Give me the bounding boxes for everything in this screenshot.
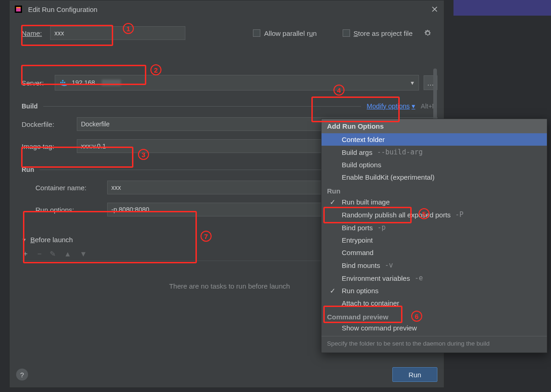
popup-item[interactable]: Environment variables-e — [321, 272, 547, 284]
popup-item-label: Randomly publish all exposed ports — [342, 211, 451, 219]
popup-item[interactable]: ✓Run built image — [321, 196, 547, 208]
popup-item[interactable]: Entrypoint — [321, 234, 547, 246]
popup-item-label: Attach to container — [342, 299, 399, 307]
popup-run-section: Run — [321, 183, 547, 196]
allow-parallel-run-checkbox[interactable]: Allow parallel run — [253, 29, 316, 37]
popup-item-hint: -P — [455, 210, 464, 219]
popup-item[interactable]: ✓Run options — [321, 284, 547, 297]
server-label: Server: — [22, 79, 50, 87]
edit-task-button[interactable]: ✎ — [50, 250, 56, 258]
build-heading: Build — [22, 102, 38, 110]
move-down-button[interactable]: ▼ — [80, 250, 87, 258]
before-launch-empty-text: There are no tasks to run before launch — [169, 282, 290, 290]
popup-item-hint: -e — [414, 274, 423, 282]
svg-rect-2 — [62, 80, 63, 81]
popup-item[interactable]: Context folder — [321, 133, 547, 146]
modify-options-link[interactable]: Modify options ▾ — [367, 102, 415, 110]
gear-icon[interactable] — [424, 29, 432, 37]
image-tag-label: Image tag: — [22, 142, 77, 150]
svg-rect-3 — [64, 82, 65, 83]
add-run-options-popup: Add Run Options Context folderBuild args… — [321, 119, 547, 353]
dialog-title: Edit Run Configuration — [28, 6, 98, 13]
popup-item-hint: --build-arg — [377, 148, 423, 156]
server-value: 192.168. — [72, 79, 97, 86]
popup-item-label: Context folder — [342, 136, 385, 143]
chevron-down-icon: ▾ — [411, 79, 414, 86]
intellij-icon — [14, 5, 23, 13]
run-button[interactable]: Run — [392, 367, 437, 382]
triangle-down-icon: ▼ — [22, 237, 27, 243]
name-label: Name: — [22, 29, 42, 37]
svg-rect-0 — [60, 82, 62, 83]
chevron-down-icon: ▾ — [412, 102, 415, 110]
popup-item[interactable]: Attach to container — [321, 297, 547, 309]
move-up-button[interactable]: ▲ — [64, 250, 71, 258]
popup-item-label: Bind mounts — [342, 261, 380, 269]
redacted-ip — [102, 80, 121, 86]
run-heading: Run — [22, 166, 34, 173]
popup-help-text: Specify the folder to be sent to the dae… — [321, 336, 547, 350]
popup-item-hint: -v — [385, 261, 393, 269]
dockerfile-label: Dockerfile: — [22, 120, 77, 128]
popup-item-hint: -p — [378, 223, 386, 232]
popup-item[interactable]: Bind mounts-v — [321, 259, 547, 272]
check-icon: ✓ — [330, 287, 336, 295]
popup-item[interactable]: Build options — [321, 159, 547, 171]
build-section-header: Build Modify options ▾ Alt+M — [22, 102, 437, 110]
close-button[interactable] — [430, 5, 439, 14]
check-icon: ✓ — [330, 198, 336, 206]
dialog-titlebar: Edit Run Configuration — [10, 0, 444, 18]
popup-item-label: Run built image — [342, 198, 390, 206]
remove-task-button[interactable]: − — [37, 250, 41, 258]
popup-item-label: Build options — [342, 161, 381, 169]
popup-item-label: Command — [342, 249, 373, 256]
popup-item[interactable]: Command — [321, 246, 547, 259]
popup-item-label: Bind ports — [342, 224, 373, 232]
popup-item-label: Entrypoint — [342, 236, 373, 244]
popup-item[interactable]: Build args--build-arg — [321, 146, 547, 159]
popup-item[interactable]: Show command preview — [321, 322, 547, 334]
add-task-button[interactable]: ＋ — [22, 249, 29, 259]
popup-item-label: Run options — [342, 287, 379, 295]
svg-rect-1 — [62, 82, 63, 83]
store-as-project-file-checkbox[interactable]: Store as project file — [343, 29, 413, 37]
popup-title: Add Run Options — [321, 119, 547, 133]
popup-item-label: Enable BuildKit (experimental) — [342, 173, 435, 181]
help-button[interactable]: ? — [16, 369, 28, 381]
name-input[interactable] — [50, 26, 185, 40]
popup-item[interactable]: Enable BuildKit (experimental) — [321, 171, 547, 183]
background-header-strip — [453, 0, 551, 16]
server-select[interactable]: 192.168. ▾ — [55, 75, 419, 91]
popup-item-label: Environment variables — [342, 274, 410, 282]
popup-item[interactable]: Randomly publish all exposed ports-P — [321, 208, 547, 221]
container-name-label: Container name: — [35, 184, 107, 192]
popup-item[interactable]: Bind ports-p — [321, 221, 547, 234]
popup-preview-section: Command preview — [321, 309, 547, 322]
dialog-footer: ? Run — [10, 362, 444, 387]
popup-item-label: Show command preview — [342, 324, 417, 332]
popup-item-label: Build args — [342, 148, 373, 156]
run-options-label: Run options: — [35, 206, 107, 214]
docker-icon — [60, 80, 67, 85]
